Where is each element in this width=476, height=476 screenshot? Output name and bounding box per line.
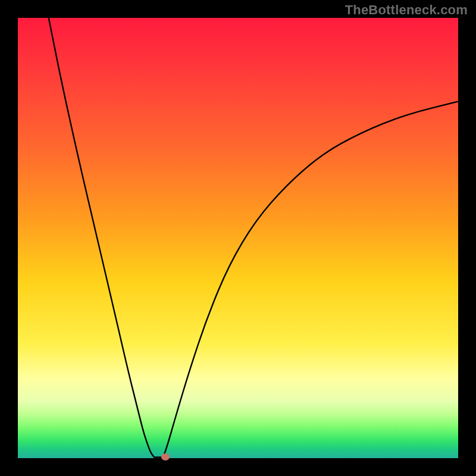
app-frame: TheBottleneck.com (0, 0, 476, 476)
watermark-text: TheBottleneck.com (345, 2, 468, 18)
bottleneck-curve (18, 18, 458, 458)
plot-area (18, 18, 458, 458)
curve-path (49, 18, 458, 458)
optimum-marker (161, 453, 170, 461)
